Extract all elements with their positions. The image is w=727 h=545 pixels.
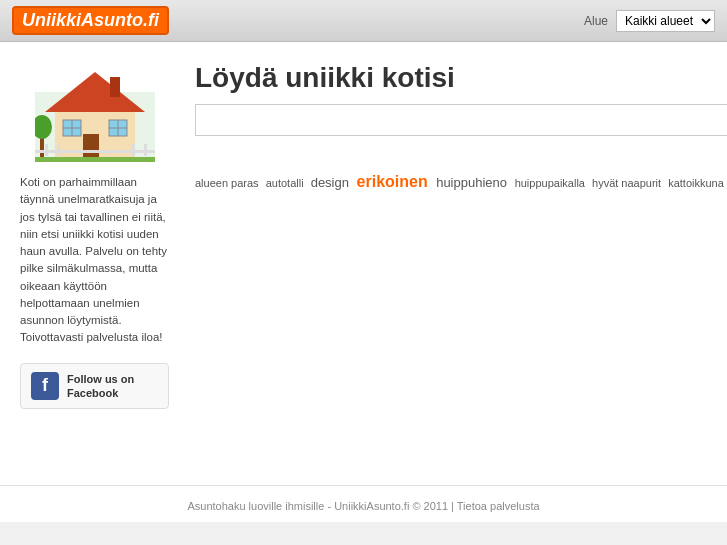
search-area: Esim. kattonäkymät, Kamppi HAE xyxy=(195,104,727,136)
search-input[interactable] xyxy=(195,104,727,136)
tag-item[interactable]: kattoikkuna xyxy=(668,177,727,189)
svg-rect-17 xyxy=(132,144,135,156)
header-right: Alue Kaikki alueet Helsinki Tampere Turk… xyxy=(584,10,715,32)
facebook-follow-label: Follow us on xyxy=(67,373,134,385)
page-title: Löydä uniikki kotisi xyxy=(195,62,727,94)
left-description: Koti on parhaimmillaan täynnä unelmaratk… xyxy=(20,174,169,347)
tag-item[interactable]: autotalli xyxy=(266,177,307,189)
tag-item[interactable]: alueen paras xyxy=(195,177,262,189)
tag-item[interactable]: huippuhieno xyxy=(436,175,510,190)
tag-item[interactable]: design xyxy=(311,175,353,190)
logo: UniikkiAsunto.fi xyxy=(12,6,169,35)
tag-item[interactable]: hyvät naapurit xyxy=(592,177,664,189)
right-panel: Löydä uniikki kotisi Esim. kattonäkymät,… xyxy=(185,62,727,465)
footer: Asuntohaku luoville ihmisille - UniikkiA… xyxy=(0,485,727,522)
tag-item[interactable]: erikoinen xyxy=(357,173,433,190)
svg-rect-16 xyxy=(57,144,60,156)
region-select[interactable]: Kaikki alueet Helsinki Tampere Turku Esp… xyxy=(616,10,715,32)
header: UniikkiAsunto.fi Alue Kaikki alueet Hels… xyxy=(0,0,727,42)
content-area: Koti on parhaimmillaan täynnä unelmaratk… xyxy=(0,42,727,475)
left-panel: Koti on parhaimmillaan täynnä unelmaratk… xyxy=(0,62,185,465)
facebook-icon: f xyxy=(31,372,59,400)
svg-rect-3 xyxy=(110,77,120,97)
svg-rect-18 xyxy=(144,144,147,156)
house-illustration xyxy=(35,62,155,162)
main-container: Koti on parhaimmillaan täynnä unelmaratk… xyxy=(0,42,727,522)
facebook-name-label: Facebook xyxy=(67,387,118,399)
facebook-text: Follow us on Facebook xyxy=(67,372,134,401)
tag-item[interactable]: huippupaikalla xyxy=(515,177,588,189)
svg-rect-11 xyxy=(35,157,155,162)
facebook-follow-box[interactable]: f Follow us on Facebook xyxy=(20,363,169,410)
region-label: Alue xyxy=(584,14,608,28)
tags-area: alueen paras autotalli design erikoinen … xyxy=(195,154,727,204)
svg-rect-15 xyxy=(45,144,48,156)
footer-text: Asuntohaku luoville ihmisille - UniikkiA… xyxy=(187,500,539,512)
svg-rect-14 xyxy=(35,150,155,153)
